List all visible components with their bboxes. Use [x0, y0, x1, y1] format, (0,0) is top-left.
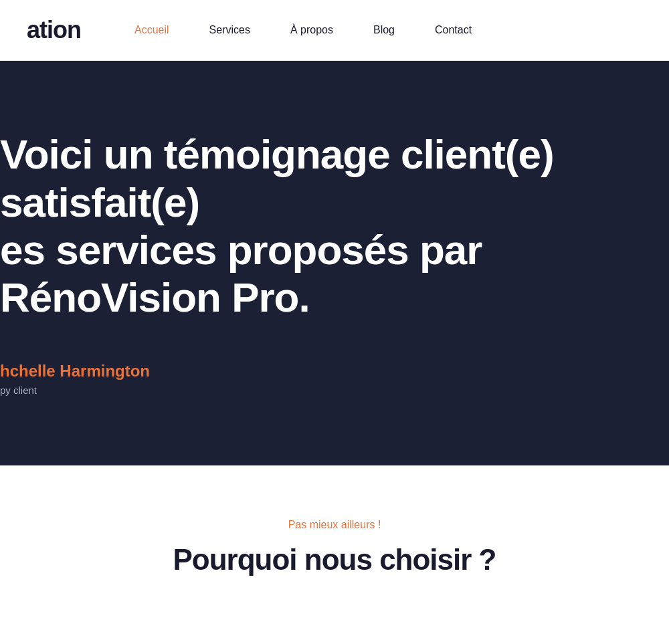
header: ation Accueil Services À propos Blog Con… [0, 0, 669, 61]
nav-item-services[interactable]: Services [209, 24, 250, 36]
testimonial-quote: Voici un témoignage client(e) satisfait(… [0, 130, 656, 321]
nav-item-contact[interactable]: Contact [435, 24, 472, 36]
why-section: Pas mieux ailleurs ! Pourquoi nous chois… [0, 465, 669, 603]
nav-item-blog[interactable]: Blog [373, 24, 395, 36]
testimonial-line1: Voici un témoignage client(e) satisfait(… [0, 131, 554, 225]
main-nav: Accueil Services À propos Blog Contact [134, 24, 472, 36]
logo[interactable]: ation [27, 16, 81, 44]
hero-section: Voici un témoignage client(e) satisfait(… [0, 61, 669, 465]
testimonial-line2: es services proposés par RénoVision Pro. [0, 227, 482, 320]
nav-item-apropos[interactable]: À propos [290, 24, 333, 36]
testimonial-author-title: py client [0, 385, 656, 396]
hero-content: Voici un témoignage client(e) satisfait(… [0, 130, 669, 395]
nav-item-accueil[interactable]: Accueil [134, 24, 169, 36]
why-label: Pas mieux ailleurs ! [27, 519, 642, 531]
why-title: Pourquoi nous choisir ? [27, 543, 642, 576]
testimonial-author-name: hchelle Harmington [0, 362, 656, 381]
